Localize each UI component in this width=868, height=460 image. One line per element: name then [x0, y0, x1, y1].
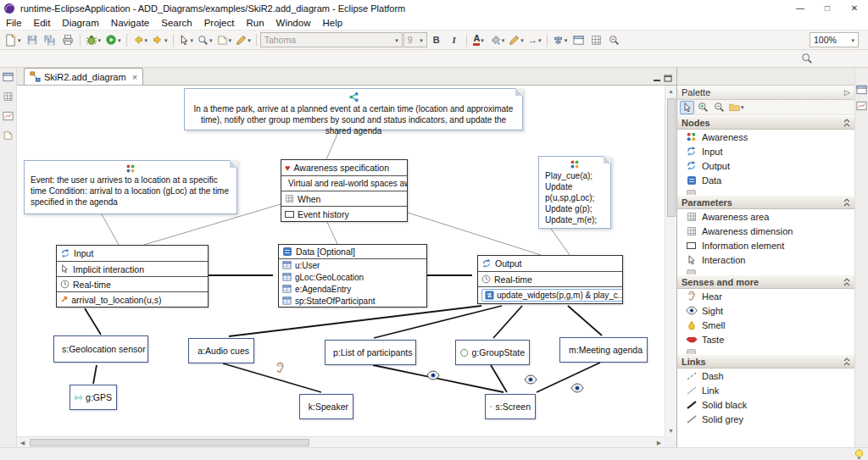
data-box[interactable]: Data [Optional] u:User gLoc:GeoLocation: [278, 244, 427, 308]
node-meeting-agenda[interactable]: m:Meeting agenda: [559, 337, 648, 363]
diagram-canvas[interactable]: In a theme park, arrive at a planned eve…: [17, 86, 665, 436]
menu-project[interactable]: Project: [198, 18, 241, 28]
awareness-row-when[interactable]: When: [281, 191, 407, 206]
awareness-row-spaces[interactable]: Virtual and real-world spaces aw...: [281, 175, 407, 191]
data-row-agendaentry[interactable]: e:AgendaEntry: [279, 283, 426, 295]
menu-help[interactable]: Help: [316, 18, 348, 28]
menu-file[interactable]: File: [0, 18, 28, 28]
output-row-realtime[interactable]: Real-time: [478, 271, 622, 286]
font-size-combo[interactable]: 9▾: [403, 32, 427, 47]
hear-ear-icon[interactable]: [274, 362, 286, 377]
maximize-button[interactable]: □: [814, 0, 841, 16]
maximize-editor-icon[interactable]: [664, 74, 672, 82]
palette-item-solid-black[interactable]: Solid black: [677, 397, 854, 412]
menu-edit[interactable]: Edit: [28, 18, 57, 28]
palette-item-clipped[interactable]: [677, 267, 854, 274]
scroll-left-arrow[interactable]: ◀: [17, 437, 28, 448]
data-row-geolocation[interactable]: gLoc:GeoLocation: [279, 271, 426, 283]
align-button[interactable]: ▾: [551, 31, 570, 48]
output-title-row[interactable]: Output: [478, 256, 622, 271]
input-row-realtime[interactable]: Real-time: [57, 276, 208, 291]
minimized-properties-icon[interactable]: [3, 111, 14, 121]
data-row-stateofparticipant[interactable]: sp:StateOfParticipant: [279, 295, 426, 307]
palette-zoom-in-tool[interactable]: [696, 101, 710, 114]
input-row-arrival[interactable]: ↗ arrival_to_location(u,s): [57, 291, 208, 307]
sight-eye-icon[interactable]: [426, 369, 440, 384]
vertical-scroll-thumb[interactable]: [667, 98, 676, 217]
palette-select-tool[interactable]: [680, 101, 694, 114]
input-title-row[interactable]: Input: [57, 246, 208, 261]
font-color-button[interactable]: A▾: [470, 31, 487, 48]
right-note[interactable]: Play_cue(a); Update p(u,sp,gLoc); Update…: [538, 156, 611, 229]
palette-collapse-icon[interactable]: ▷: [844, 88, 850, 97]
menu-run[interactable]: Run: [240, 18, 270, 28]
node-audio-cues[interactable]: a:Audio cues: [188, 338, 254, 363]
scroll-right-arrow[interactable]: ▶: [654, 437, 665, 448]
node-geolocation-sensor[interactable]: s:Geolocation sensor: [53, 335, 148, 363]
palette-folder-tool[interactable]: ▾: [728, 101, 745, 114]
palette-item-input[interactable]: Input: [677, 144, 854, 158]
line-color-button[interactable]: ▾: [507, 31, 526, 48]
zoom-tool-button[interactable]: ▾: [196, 31, 214, 48]
palette-item-awareness-area[interactable]: Awareness area: [677, 209, 854, 224]
scroll-up-arrow[interactable]: ▲: [665, 86, 676, 97]
sight-eye-icon[interactable]: [524, 373, 537, 388]
menu-search[interactable]: Search: [155, 18, 198, 28]
palette-item-hear[interactable]: Hear: [677, 289, 854, 303]
minimize-button[interactable]: —: [787, 0, 814, 16]
back-button[interactable]: ▾: [131, 31, 150, 48]
save-all-button[interactable]: [42, 31, 58, 48]
awareness-spec-title-row[interactable]: ♥ Awareness specification: [281, 160, 407, 175]
minimized-outline-icon[interactable]: [3, 91, 14, 102]
select-tool-button[interactable]: ▾: [177, 31, 196, 48]
palette-item-link[interactable]: Link: [677, 383, 854, 397]
data-title-row[interactable]: Data [Optional]: [279, 245, 426, 259]
minimize-editor-icon[interactable]: [653, 74, 661, 82]
horizontal-scrollbar[interactable]: ◀ ▶: [17, 436, 665, 447]
node-groupstate[interactable]: g:GroupState: [455, 340, 530, 365]
left-note[interactable]: Event: the user u arrives to a location …: [24, 160, 237, 214]
print-button[interactable]: [59, 31, 76, 48]
palette-item-clipped[interactable]: [677, 346, 854, 354]
node-gps[interactable]: g:GPS: [70, 385, 117, 410]
palette-item-information-element[interactable]: Information element: [677, 238, 854, 252]
zoom-combo[interactable]: 100%▾: [810, 32, 859, 47]
drawer-pin-icon[interactable]: [843, 198, 850, 207]
font-combo[interactable]: Tahoma▾: [260, 32, 403, 47]
save-button[interactable]: [24, 31, 41, 48]
close-button[interactable]: ✕: [841, 0, 868, 16]
restore-editor-icon[interactable]: [3, 72, 14, 82]
palette-item-solid-grey[interactable]: Solid grey: [677, 412, 854, 426]
node-screen[interactable]: s:Screen: [485, 394, 536, 419]
awareness-spec-box[interactable]: ♥ Awareness specification Virtual and re…: [281, 159, 408, 222]
awareness-row-history[interactable]: Event history: [281, 206, 407, 221]
drawer-senses[interactable]: Senses and more: [677, 274, 854, 289]
palette-item-output[interactable]: Output: [677, 158, 854, 173]
debug-button[interactable]: ▾: [84, 31, 103, 48]
palette-item-smell[interactable]: Smell: [677, 318, 854, 332]
drawer-parameters[interactable]: Parameters: [677, 195, 854, 209]
palette-item-data[interactable]: Data: [677, 173, 854, 187]
palette-item-clipped[interactable]: [677, 187, 854, 195]
output-box[interactable]: Output Real-time update_widgets(p,g,m) &…: [477, 255, 623, 304]
sight-eye-icon[interactable]: [570, 381, 584, 396]
selected-operation-chip[interactable]: update_widgets(p,g,m) & play_c...: [481, 289, 622, 302]
palette-item-taste[interactable]: Taste: [677, 332, 854, 346]
tip-lightbulb-icon[interactable]: [854, 449, 864, 460]
minimized-tasks-icon[interactable]: [3, 130, 14, 141]
note-tool-button[interactable]: ▾: [215, 31, 234, 48]
fill-color-button[interactable]: ▾: [488, 31, 507, 48]
menu-navigate[interactable]: Navigate: [105, 18, 155, 28]
forward-button[interactable]: ▾: [150, 31, 170, 48]
drawer-pin-icon[interactable]: [843, 119, 850, 127]
match-size-button[interactable]: [570, 31, 587, 48]
palette-header[interactable]: Palette ▷: [677, 86, 854, 100]
arrow-style-button[interactable]: →▾: [526, 31, 543, 48]
drawer-pin-icon[interactable]: [843, 357, 850, 366]
drawer-links[interactable]: Links: [677, 354, 854, 369]
palette-item-awareness-dimension[interactable]: Awareness dimension: [677, 224, 854, 238]
line-tool-button[interactable]: ▾: [234, 31, 253, 48]
input-row-implicit[interactable]: Implicit interaction: [57, 261, 208, 276]
minimized-view-icon[interactable]: [856, 85, 867, 95]
editor-tab[interactable]: SkiR2.add_diagram ×: [24, 68, 143, 85]
